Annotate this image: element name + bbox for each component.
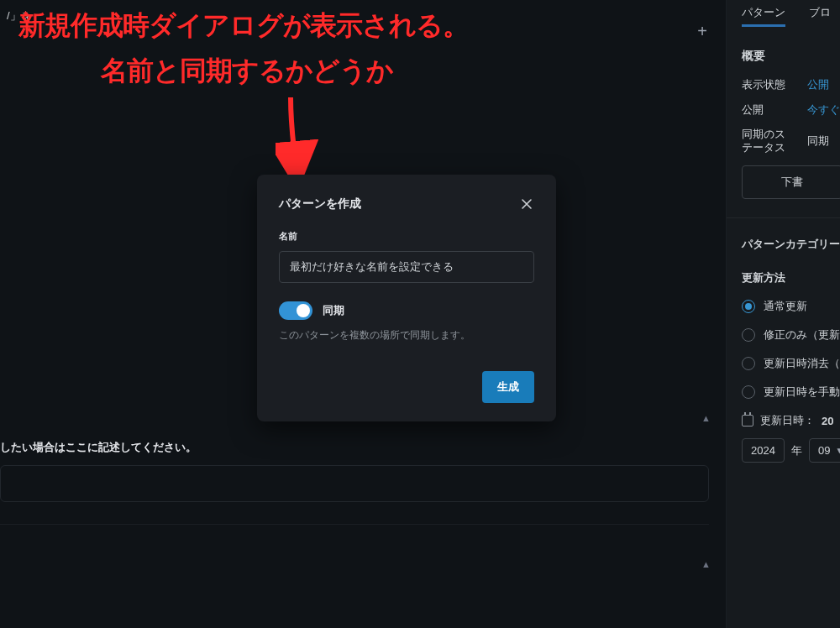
description-input[interactable] bbox=[0, 465, 709, 502]
toggle-knob-icon bbox=[297, 304, 310, 317]
publish-key: 公開 bbox=[742, 102, 789, 118]
month-select[interactable]: 09 ▼ bbox=[809, 438, 840, 463]
annotation-arrow bbox=[276, 94, 329, 178]
pattern-name-input[interactable] bbox=[279, 251, 534, 283]
year-select[interactable]: 2024 bbox=[742, 438, 785, 463]
block-divider bbox=[0, 524, 709, 525]
sync-toggle-label: 同期 bbox=[323, 303, 344, 318]
collapse-chevron-icon[interactable]: ▲ bbox=[701, 559, 711, 569]
radio-label: 通常更新 bbox=[764, 299, 807, 314]
update-option-erase-timestamp[interactable]: 更新日時消去（ bbox=[742, 356, 840, 371]
sync-status-row[interactable]: 同期のステータス 同期 bbox=[742, 128, 840, 154]
publish-row[interactable]: 公開 今すぐ bbox=[742, 102, 840, 118]
canvas-bottom-area: ▲ したい場合はここに記述してください。 ▲ bbox=[0, 416, 726, 628]
annotation-line-1: 新規作成時ダイアログが表示される。 bbox=[18, 8, 469, 44]
radio-icon bbox=[742, 385, 755, 399]
chevron-down-icon: ▼ bbox=[835, 446, 840, 455]
sidebar-divider bbox=[727, 217, 840, 218]
editor-canvas: /」を + 新規作成時ダイアログが表示される。 名前と同期するかどうか パターン… bbox=[0, 0, 726, 628]
name-label: 名前 bbox=[279, 230, 534, 243]
update-date-value: 20 bbox=[822, 415, 833, 427]
create-pattern-dialog: パターンを作成 名前 同期 このパターンを複数の場所で同期します。 生成 bbox=[257, 175, 556, 421]
update-option-fix-only[interactable]: 修正のみ（更新日 bbox=[742, 327, 840, 343]
tab-pattern[interactable]: パターン bbox=[742, 5, 785, 20]
sync-toggle[interactable] bbox=[279, 301, 312, 320]
tab-block[interactable]: ブロ bbox=[809, 5, 831, 20]
month-value: 09 bbox=[818, 444, 830, 457]
description-hint: したい場合はここに記述してください。 bbox=[0, 440, 197, 455]
update-option-manual-timestamp[interactable]: 更新日時を手動 bbox=[742, 385, 840, 400]
close-icon bbox=[520, 197, 533, 211]
collapse-chevron-icon[interactable]: ▲ bbox=[701, 413, 711, 423]
calendar-icon bbox=[742, 415, 753, 427]
update-option-normal[interactable]: 通常更新 bbox=[742, 299, 840, 314]
update-method-heading: 更新方法 bbox=[742, 270, 840, 285]
create-button[interactable]: 生成 bbox=[482, 371, 534, 403]
settings-sidebar: パターン ブロ 概要 表示状態 公開 公開 今すぐ 同期のステータス 同期 下書… bbox=[726, 0, 840, 628]
add-block-button[interactable]: + bbox=[697, 22, 707, 41]
sync-status-key: 同期のステータス bbox=[742, 128, 789, 154]
radio-icon bbox=[742, 300, 755, 313]
save-draft-button[interactable]: 下書 bbox=[742, 165, 840, 199]
radio-icon bbox=[742, 357, 755, 370]
sync-help-text: このパターンを複数の場所で同期します。 bbox=[279, 328, 534, 343]
visibility-value: 公開 bbox=[807, 77, 829, 92]
pattern-category-heading: パターンカテゴリー bbox=[742, 237, 840, 252]
update-date-row: 更新日時： 20 bbox=[742, 413, 840, 428]
year-unit: 年 bbox=[791, 443, 802, 458]
visibility-key: 表示状態 bbox=[742, 77, 789, 92]
radio-icon bbox=[742, 328, 755, 342]
visibility-row[interactable]: 表示状態 公開 bbox=[742, 77, 840, 92]
year-value: 2024 bbox=[751, 444, 775, 457]
sync-status-value: 同期 bbox=[807, 133, 829, 149]
close-button[interactable] bbox=[519, 196, 534, 212]
radio-label: 修正のみ（更新日 bbox=[764, 327, 840, 343]
update-date-label: 更新日時： bbox=[760, 413, 815, 428]
dialog-title: パターンを作成 bbox=[279, 196, 361, 212]
annotation-line-2: 名前と同期するかどうか bbox=[101, 50, 393, 91]
radio-label: 更新日時消去（ bbox=[764, 356, 840, 371]
publish-value: 今すぐ bbox=[807, 102, 840, 118]
radio-label: 更新日時を手動 bbox=[764, 385, 840, 400]
overview-heading: 概要 bbox=[742, 49, 840, 64]
